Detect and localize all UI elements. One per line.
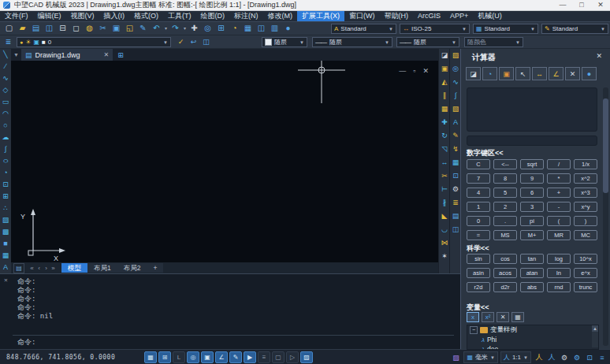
ortho-icon[interactable]: L [173, 351, 185, 363]
polyline-icon[interactable]: ∿ [1, 72, 11, 84]
chevron-down-icon[interactable]: ▼ [449, 40, 456, 45]
tab-close-icon[interactable]: ✕ [103, 51, 109, 58]
calc-key[interactable]: <-- [493, 159, 517, 169]
panel-scrollbar-thumb[interactable] [603, 98, 608, 193]
revision-cloud-icon[interactable]: ☁ [1, 132, 11, 143]
chamfer-icon[interactable]: ◣ [440, 210, 450, 223]
copy-icon[interactable]: ▣ [110, 22, 123, 35]
copy-icon[interactable]: ▣ [440, 62, 450, 76]
layout-nav-icon[interactable]: › [43, 265, 50, 272]
calc-key[interactable]: 1/x [574, 159, 597, 169]
history-icon[interactable]: ◔ [482, 67, 497, 80]
break-icon[interactable]: ∦ [440, 196, 450, 210]
linetype-combo[interactable]: —— 随层 ▼ [312, 37, 392, 47]
calc-sci-key[interactable]: 10^x [574, 254, 597, 264]
drawing-canvas[interactable]: — ▫ ✕ Y X [11, 61, 438, 262]
annotation-monitor-icon[interactable]: ▨ [300, 351, 313, 363]
stretch-icon[interactable]: ↔ [440, 156, 450, 169]
layout-nav-icon[interactable]: ‹ [35, 265, 43, 272]
edit-variable-icon[interactable]: x² [482, 312, 494, 322]
delete-variable-icon[interactable]: ✕ [497, 312, 509, 322]
spline-edit-icon[interactable]: ∫ [451, 89, 461, 102]
settings-gear-icon[interactable]: ⚙ [571, 352, 582, 362]
calc-key[interactable]: 3 [520, 202, 544, 212]
hatch-icon[interactable]: ▨ [1, 214, 11, 226]
attribute-edit-icon[interactable]: ✎ [451, 129, 461, 143]
menu-item[interactable]: APP+ [445, 11, 473, 21]
spline-icon[interactable]: ∫ [1, 143, 11, 155]
properties-icon[interactable]: ▥ [268, 22, 281, 35]
isolate-objects-icon[interactable]: ▨ [450, 352, 461, 362]
move-icon[interactable]: ✚ [440, 116, 450, 129]
view-close-icon[interactable]: ✕ [422, 67, 429, 75]
menu-item[interactable]: 格式(O) [129, 11, 163, 21]
dim-style-combo[interactable]: ↔ ISO-25 ▼ [400, 24, 470, 34]
calc-sci-key[interactable]: ln [547, 268, 571, 278]
paste-icon[interactable]: ◱ [123, 22, 136, 35]
table-icon[interactable]: ▦ [1, 250, 11, 262]
calc-key[interactable]: MS [493, 230, 517, 240]
calc-key[interactable]: M+ [520, 230, 544, 240]
grid-display-icon[interactable]: ▦ [241, 22, 255, 35]
get-coordinates-icon[interactable]: ↖ [515, 67, 530, 80]
redo-dropdown-icon[interactable]: ▾ [182, 22, 188, 35]
calc-key[interactable]: 5 [493, 188, 517, 198]
table-edit-icon[interactable]: ▦ [451, 156, 461, 169]
mtext-icon[interactable]: A [1, 262, 11, 273]
calc-sci-key[interactable]: tan [520, 254, 544, 264]
zoom-previous-icon[interactable]: ◔ [228, 22, 241, 35]
fillet-icon[interactable]: ◡ [440, 223, 450, 236]
erase-icon[interactable]: ◪ [440, 49, 450, 62]
point-icon[interactable]: ∴ [1, 202, 11, 214]
title-block-icon[interactable]: ▤ [451, 210, 461, 223]
model-space-icon[interactable]: ▦ [144, 351, 157, 363]
calc-key[interactable]: / [547, 159, 571, 169]
object-snap-icon[interactable]: ▣ [201, 351, 214, 363]
rectangle-icon[interactable]: ▭ [1, 96, 11, 108]
dynamic-ucs-icon[interactable]: ▶ [244, 351, 256, 363]
menu-item[interactable]: 视图(V) [66, 11, 99, 21]
block-edit-icon[interactable]: ⊡ [451, 169, 461, 183]
tree-folder-row[interactable]: − 变量样例 [467, 325, 598, 335]
calc-key[interactable]: 4 [467, 188, 490, 198]
calc-key[interactable]: = [467, 230, 490, 240]
calc-key[interactable]: 1 [467, 202, 490, 212]
text-style-combo[interactable]: A Standard ▼ [331, 24, 396, 34]
auto-annotation-scale-icon[interactable]: 人 [546, 352, 557, 362]
grid-icon[interactable]: ⊞ [158, 351, 171, 363]
calc-key[interactable]: 6 [520, 188, 544, 198]
viewport-corner-icon[interactable]: ▤ [13, 263, 24, 273]
command-close-icon[interactable]: ✕ [4, 277, 8, 284]
plot-icon[interactable]: ⊟ [56, 22, 69, 35]
menu-item[interactable]: 帮助(H) [380, 11, 414, 21]
chevron-down-icon[interactable]: ▼ [513, 40, 520, 45]
layer-states-icon[interactable]: ◫ [200, 36, 212, 47]
layout-nav-icon[interactable]: « [28, 265, 35, 272]
selection-cycling-icon[interactable]: ▷ [286, 351, 299, 363]
calc-key[interactable]: - [547, 202, 571, 212]
save-as-icon[interactable]: ◫ [43, 22, 56, 35]
calc-sci-key[interactable]: cos [493, 254, 517, 264]
distance-icon[interactable]: ↔ [532, 67, 547, 80]
mirror-icon[interactable]: ◭ [440, 76, 450, 89]
explode-icon[interactable]: ✶ [440, 250, 450, 263]
calc-key[interactable]: MC [574, 230, 597, 240]
calc-key[interactable]: * [547, 173, 571, 184]
keypad-section-label[interactable]: 数字键区<< [467, 148, 504, 158]
detail-view-icon[interactable]: ◎ [451, 62, 461, 76]
match-properties-icon[interactable]: ✎ [136, 22, 150, 35]
array-icon[interactable]: ▦ [440, 102, 450, 116]
pan-icon[interactable]: ✚ [188, 22, 201, 35]
calc-key[interactable]: 2 [493, 202, 517, 212]
lineweight-icon[interactable]: ≡ [258, 351, 270, 363]
clear-icon[interactable]: ◪ [466, 67, 481, 80]
menu-item[interactable]: 机械(U) [473, 11, 507, 21]
chevron-down-icon[interactable]: ▼ [297, 40, 304, 45]
gradient-icon[interactable]: ▩ [1, 226, 11, 238]
units-selector[interactable]: ▦ 毫米 ▼ [463, 351, 498, 363]
tab-list-dropdown-icon[interactable]: ▼ [11, 52, 21, 58]
menu-item[interactable]: 工具(T) [163, 11, 196, 21]
command-window[interactable]: ✕ 命令:命令:命令:命令:命令: nil 命令: [0, 273, 460, 349]
calc-sci-key[interactable]: e^x [574, 268, 597, 278]
construction-line-icon[interactable]: ∕ [1, 61, 11, 72]
